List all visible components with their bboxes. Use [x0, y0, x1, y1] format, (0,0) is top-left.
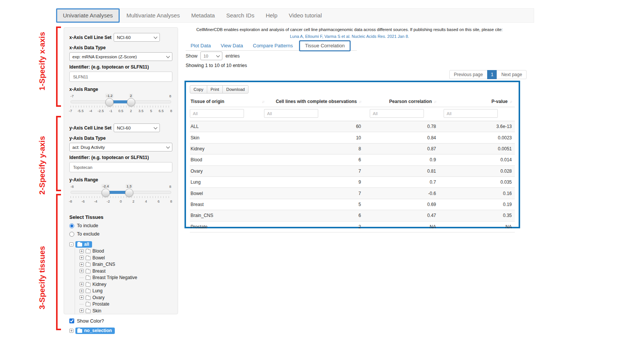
cell-tissue: Bowel	[190, 191, 264, 196]
table-row: Brain_CNS60.470.35	[190, 210, 515, 221]
tree-item-all[interactable]: - all	[69, 241, 172, 248]
tree-item-ovary[interactable]: +Ovary	[80, 294, 172, 301]
folder-icon	[86, 283, 91, 287]
tab-tissue-correlation[interactable]: Tissue Correlation	[300, 41, 350, 50]
show-color-row[interactable]: Show Color?	[69, 318, 172, 324]
slider-to-label: 2	[129, 94, 133, 98]
tree-item-kidney[interactable]: +Kidney	[80, 281, 172, 288]
previous-page-button[interactable]: Previous page	[449, 70, 488, 79]
filter-cell-lines-input[interactable]	[264, 109, 318, 118]
x-identifier-input[interactable]	[69, 72, 172, 82]
slider-tick-marks	[70, 106, 171, 108]
filter-tissue-input[interactable]	[190, 109, 244, 118]
y-range-slider[interactable]: -88-2.41.3-8-6-4-202468	[70, 184, 171, 206]
slider-handle-from[interactable]	[102, 189, 110, 197]
expand-toggle-icon[interactable]: +	[80, 289, 84, 293]
radio-input[interactable]	[69, 232, 74, 237]
x-data-type-select[interactable]: exp: mRNA Expression (Z-Score)	[69, 52, 172, 61]
expand-toggle-icon[interactable]: +	[80, 282, 84, 286]
show-entries-row: Show 10 entries	[186, 51, 240, 60]
expand-toggle-icon[interactable]: +	[80, 249, 84, 253]
table-row: Prostate2NANA	[190, 222, 515, 232]
to-include-radio[interactable]: To include	[69, 223, 172, 228]
expand-toggle-icon[interactable]: +	[80, 256, 84, 260]
cell-p-value: 0.014	[439, 157, 515, 162]
tree-item-breast-triple-negative[interactable]: Breast Triple Negative	[80, 275, 172, 281]
cell-n: 8	[264, 146, 364, 151]
collapse-toggle-icon[interactable]: -	[69, 242, 73, 247]
x-range-label: x-Axis Range	[69, 87, 172, 92]
tree-item-label: Kidney	[92, 282, 106, 287]
slider-handle-from[interactable]	[105, 98, 114, 106]
cell-p-value: 3.6e-13	[439, 124, 515, 129]
nav-tab-multivariate-analyses[interactable]: Multivariate Analyses	[121, 9, 186, 22]
tab-plot-data[interactable]: Plot Data	[186, 41, 216, 50]
tree-item-brain-cns[interactable]: +Brain_CNS	[80, 261, 172, 268]
y-identifier-input[interactable]	[69, 162, 172, 172]
radio-input[interactable]	[69, 223, 74, 228]
table-row: Lung90.70.035	[190, 177, 515, 188]
nav-tab-help[interactable]: Help	[260, 9, 283, 22]
tree-item-label: Bowel	[92, 255, 105, 261]
tree-root-label: all	[84, 242, 89, 247]
tab-view-data[interactable]: View Data	[216, 41, 248, 50]
column-header-cell-lines[interactable]: Cell lines with complete observations ↓↑	[264, 99, 364, 104]
download-button[interactable]: Download	[222, 85, 249, 94]
tree-item-no-selection[interactable]: + no_selection	[69, 328, 172, 334]
slider-handle-to[interactable]	[125, 189, 133, 197]
tree-item-blood[interactable]: +Blood	[80, 248, 172, 255]
page-number-button[interactable]: 1	[487, 70, 497, 79]
nav-tab-metadata[interactable]: Metadata	[186, 9, 221, 22]
to-include-label: To include	[77, 223, 98, 228]
tree-item-breast[interactable]: +Breast	[80, 268, 172, 275]
to-exclude-radio[interactable]: To exclude	[69, 231, 172, 237]
tree-item-label: Brain_CNS	[92, 262, 115, 267]
cell-n: 7	[264, 191, 364, 196]
tab-compare-patterns[interactable]: Compare Patterns	[248, 41, 298, 50]
filter-p-value-input[interactable]	[444, 109, 498, 118]
cell-p-value: 0.35	[439, 213, 515, 218]
citation-link[interactable]: Luna A, Elloumi F, Varma S et al. Nuclei…	[188, 34, 511, 39]
nav-tab-search-ids[interactable]: Search IDs	[220, 9, 260, 22]
tree-item-skin[interactable]: +Skin	[80, 307, 172, 314]
expand-toggle-icon[interactable]: +	[80, 295, 84, 300]
filter-pearson-input[interactable]	[370, 109, 424, 118]
tick-label: -5.5	[77, 109, 83, 113]
expand-toggle-icon[interactable]: +	[69, 329, 73, 333]
y-cell-line-set-select[interactable]: NCI-60	[114, 123, 160, 132]
x-cell-line-set-select[interactable]: NCI-60	[114, 33, 160, 42]
tree-item-lung[interactable]: +Lung	[80, 288, 172, 295]
to-exclude-label: To exclude	[77, 231, 100, 237]
expand-toggle-icon[interactable]: +	[80, 269, 84, 273]
cell-tissue: ALL	[190, 124, 264, 129]
show-color-checkbox[interactable]	[69, 318, 74, 323]
next-page-button[interactable]: Next page	[497, 70, 527, 79]
cell-p-value: 0.0023	[439, 135, 515, 140]
nav-tab-video-tutorial[interactable]: Video tutorial	[283, 9, 327, 22]
column-header-pearson-correlation[interactable]: Pearson correlation ↓↑	[364, 99, 439, 104]
x-cell-line-set-value: NCI-60	[117, 35, 130, 40]
tree-item-prostate[interactable]: Prostate	[80, 301, 172, 308]
cell-tissue: Kidney	[190, 146, 264, 151]
x-range-slider[interactable]: -78-1.22-7-5.5-4-2.5-10.523.556.58	[70, 94, 171, 115]
print-button[interactable]: Print	[207, 85, 223, 94]
entries-per-page-select[interactable]: 10	[200, 51, 222, 60]
tree-item-label: Prostate	[92, 301, 109, 307]
expand-toggle-icon[interactable]: +	[80, 309, 84, 313]
chevron-down-icon	[166, 54, 170, 58]
tree-item-bowel[interactable]: +Bowel	[80, 254, 172, 261]
tree-root-chip[interactable]: all	[75, 241, 92, 248]
copy-button[interactable]: Copy	[190, 85, 207, 94]
column-header-tissue-of-origin[interactable]: Tissue of origin ↓↑	[190, 99, 264, 104]
tissue-correlation-table: CopyPrintDownload Tissue of origin ↓↑ Ce…	[184, 81, 520, 228]
table-row: Blood60.90.014	[190, 154, 515, 165]
slider-handle-to[interactable]	[127, 98, 135, 106]
column-header-p-value[interactable]: P-value ↓↑	[439, 99, 515, 104]
no-selection-chip[interactable]: no_selection	[75, 328, 115, 334]
slider-tick-labels: -8-6-4-202468	[70, 199, 171, 204]
tick-label: -1	[109, 109, 112, 113]
expand-toggle-icon[interactable]: +	[80, 262, 84, 267]
nav-tab-univariate-analyses[interactable]: Univariate Analyses	[57, 9, 119, 22]
y-data-type-select[interactable]: act: Drug Activity	[69, 143, 172, 151]
tick-label: 8	[170, 109, 172, 113]
